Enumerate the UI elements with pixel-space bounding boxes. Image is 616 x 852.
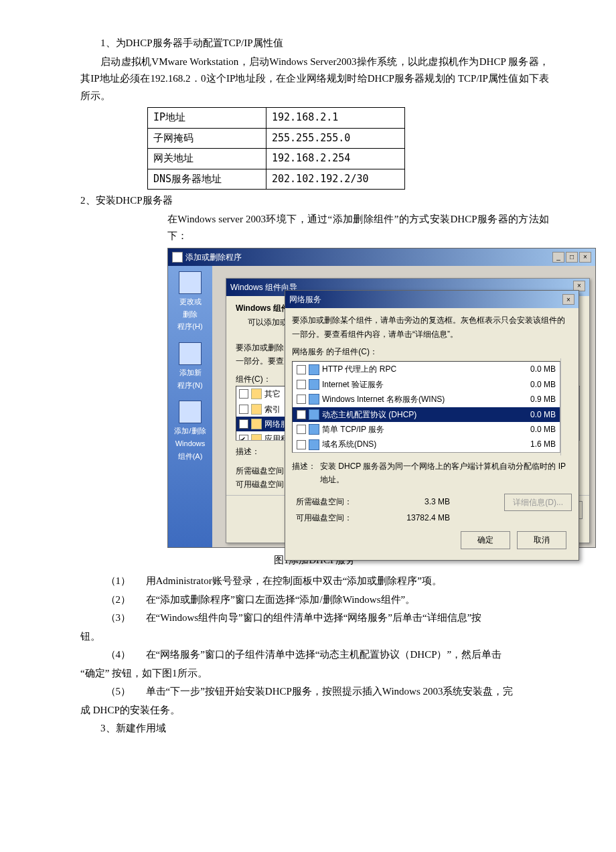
ok-button[interactable]: 确定 bbox=[461, 531, 510, 549]
dialog-desc-text: 安装 DHCP 服务器为同一个网络上的客户端计算机自动分配临时的 IP 地址。 bbox=[320, 459, 572, 487]
wizard-desc-label: 描述： bbox=[236, 447, 260, 456]
step-5-cont: 成 DHCP的安装任务。 bbox=[80, 702, 549, 719]
service-icon bbox=[309, 439, 319, 450]
service-icon bbox=[309, 394, 319, 405]
sidebar-item-add-new[interactable]: 添加新 程序(N) bbox=[177, 342, 202, 391]
step-2: （2）在“添加或删除程序”窗口左面选择“添加/删除Windows组件”。 bbox=[80, 591, 549, 609]
folder-icon bbox=[251, 419, 262, 429]
outer-window-title: 添加或删除程序 bbox=[185, 251, 242, 264]
dialog-desc-label: 描述： bbox=[292, 459, 316, 487]
dialog-title: 网络服务 bbox=[289, 293, 321, 306]
section1-title: 1、为DHCP服务器手动配置TCP/IP属性值 bbox=[80, 35, 549, 52]
table-row: DNS服务器地址202.102.192.2/30 bbox=[148, 169, 405, 190]
disk-available-label: 可用磁盘空间： bbox=[296, 511, 370, 524]
box-icon bbox=[179, 271, 202, 294]
service-icon bbox=[309, 424, 319, 435]
list-item-dhcp[interactable]: 动态主机配置协议 (DHCP)0.0 MB bbox=[293, 407, 560, 422]
section3-title: 3、新建作用域 bbox=[80, 720, 549, 737]
disk-required-value: 3.3 MB bbox=[370, 495, 450, 508]
step-5: （5）单击“下一步”按钮开始安装DHCP服务，按照提示插入Windows 200… bbox=[80, 683, 549, 701]
sidebar: 更改或 删除 程序(H) 添加新 程序(N) 添加/删除 Windows 组件(… bbox=[168, 266, 212, 547]
table-row: 网关地址192.168.2.254 bbox=[148, 149, 405, 169]
dialog-instruction: 要添加或删除某个组件，请单击旁边的复选框。灰色框表示只会安装该组件的一部分。要查… bbox=[292, 313, 572, 341]
components-icon bbox=[179, 401, 202, 423]
folder-icon bbox=[251, 388, 262, 399]
ip-properties-table: IP地址192.168.2.1 子网掩码255.255.255.0 网关地址19… bbox=[147, 107, 405, 190]
screenshot-add-remove-programs: 添加或删除程序 _ □ × 更改或 删除 程序(H) 添加新 程序(N) 添加/… bbox=[167, 248, 596, 548]
app-icon bbox=[172, 252, 183, 263]
table-row: 子网掩码255.255.255.0 bbox=[148, 128, 405, 149]
service-icon bbox=[309, 379, 319, 390]
list-item[interactable]: HTTP 代理上的 RPC0.0 MB bbox=[293, 362, 560, 376]
step-1: （1）用Administrator账号登录，在控制面板中双击“添加或删除程序”项… bbox=[80, 573, 549, 590]
subcomponents-listbox[interactable]: HTTP 代理上的 RPC0.0 MB Internet 验证服务0.0 MB … bbox=[292, 361, 560, 452]
folder-icon bbox=[251, 404, 262, 415]
cd-icon bbox=[179, 342, 202, 365]
paragraph-2: 在Windows server 2003环境下，通过“添加删除组件”的方式安装D… bbox=[80, 211, 549, 245]
sidebar-item-change-remove[interactable]: 更改或 删除 程序(H) bbox=[177, 271, 202, 333]
dialog-sub-label: 网络服务 的子组件(C)： bbox=[292, 345, 572, 358]
minimize-button[interactable]: _ bbox=[552, 252, 564, 263]
list-item[interactable]: 域名系统(DNS)1.6 MB bbox=[293, 437, 560, 451]
disk-available-value: 13782.4 MB bbox=[370, 511, 450, 524]
section2-title: 2、安装DHCP服务器 bbox=[80, 192, 549, 210]
details-button[interactable]: 详细信息(D)... bbox=[504, 494, 572, 511]
list-item[interactable]: Internet 验证服务0.0 MB bbox=[293, 377, 560, 392]
service-icon bbox=[309, 409, 319, 420]
network-services-dialog: 网络服务 × 要添加或删除某个组件，请单击旁边的复选框。灰色框表示只会安装该组件… bbox=[285, 290, 579, 561]
folder-icon bbox=[251, 434, 262, 441]
dialog-cancel-button[interactable]: 取消 bbox=[517, 531, 566, 549]
outer-titlebar: 添加或删除程序 _ □ × bbox=[168, 248, 595, 266]
step-4-cont: “确定” 按钮，如下图1所示。 bbox=[80, 665, 549, 683]
disk-required-label: 所需磁盘空间： bbox=[296, 495, 370, 508]
close-button[interactable]: × bbox=[579, 252, 591, 263]
list-item[interactable]: 简单 TCP/IP 服务0.0 MB bbox=[293, 422, 560, 437]
paragraph-1: 启动虚拟机VMware Workstation，启动Windows Server… bbox=[80, 54, 549, 105]
step-4: （4）在“网络服务”窗口的子组件清单中选择“动态主机配置协议（DHCP）”，然后… bbox=[80, 646, 549, 664]
step-3-cont: 钮。 bbox=[80, 628, 549, 646]
table-row: IP地址192.168.2.1 bbox=[148, 108, 405, 129]
list-scrollbar[interactable] bbox=[560, 358, 572, 455]
dialog-close-button[interactable]: × bbox=[562, 294, 574, 305]
step-3: （3）在“Windows组件向导”窗口的组件清单中选择“网络服务”后单击“详细信… bbox=[80, 610, 549, 627]
sidebar-item-windows-components[interactable]: 添加/删除 Windows 组件(A) bbox=[174, 401, 206, 462]
list-item[interactable]: Windows Internet 名称服务(WINS)0.9 MB bbox=[293, 392, 560, 407]
maximize-button[interactable]: □ bbox=[566, 252, 578, 263]
service-icon bbox=[309, 364, 319, 375]
